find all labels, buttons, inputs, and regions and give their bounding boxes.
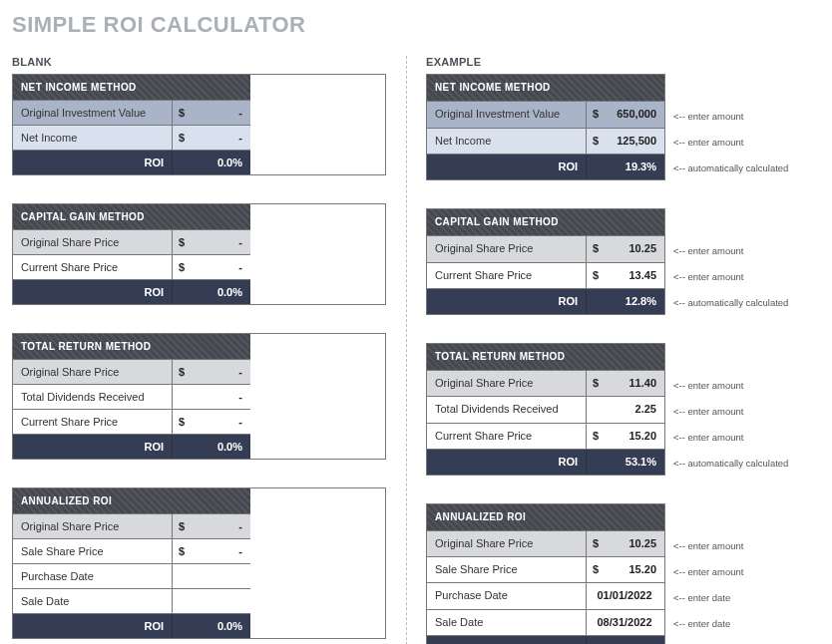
value[interactable] [173,589,250,614]
label: Original Investment Value [427,102,587,128]
block-net-income-blank: NET INCOME METHOD Original Investment Va… [12,74,386,175]
label: Original Share Price [13,360,173,385]
value[interactable]: $650,000 [587,102,664,128]
header-net-income: NET INCOME METHOD [13,75,250,101]
label: Net Income [13,126,173,151]
label: Total Dividends Received [13,385,173,410]
annotation: <-- automatically calculated [673,450,788,476]
block-capital-gain-example: CAPITAL GAIN METHOD Original Share Price… [426,208,800,315]
value[interactable] [173,564,250,589]
block-net-income-example: NET INCOME METHOD Original Investment Va… [426,74,800,180]
value[interactable]: 08/31/2022 [587,610,664,636]
label: Original Share Price [13,230,173,255]
label: Current Share Price [13,410,173,435]
page-title: SIMPLE ROI CALCULATOR [12,12,820,38]
roi-label: ROI [13,435,173,459]
roi-label: ROI [427,636,587,644]
annotation: <-- enter amount [673,398,788,424]
value[interactable]: $11.40 [587,371,664,397]
value[interactable]: $10.25 [587,236,664,262]
value[interactable]: $- [173,126,250,151]
label: Total Dividends Received [427,397,587,423]
roi-label: ROI [427,155,587,179]
annotation: <-- enter amount [673,372,788,398]
roi-label: ROI [427,450,587,475]
block-total-return-example: TOTAL RETURN METHOD Original Share Price… [426,343,800,476]
header-total-return: TOTAL RETURN METHOD [13,334,250,360]
value[interactable]: $10.25 [587,531,664,557]
annotation: <-- enter amount [673,558,788,584]
roi-value: 19.3% [587,155,664,179]
label: Purchase Date [13,564,173,589]
value[interactable]: $13.45 [587,263,664,289]
label: Sale Date [13,589,173,614]
annotation: <-- enter amount [673,263,788,289]
roi-value: 0.0% [173,151,250,174]
column-example: EXAMPLE NET INCOME METHOD Original Inves… [406,56,800,644]
block-total-return-blank: TOTAL RETURN METHOD Original Share Price… [12,333,386,460]
roi-value: 0.0% [173,614,250,638]
header-annualized: ANNUALIZED ROI [427,504,664,531]
column-blank: BLANK NET INCOME METHOD Original Investm… [12,56,406,644]
block-capital-gain-blank: CAPITAL GAIN METHOD Original Share Price… [12,203,386,305]
label: Original Investment Value [13,101,173,126]
annotation: <-- enter amount [673,424,788,450]
label: Sale Share Price [13,539,173,564]
block-annualized-example: ANNUALIZED ROI Original Share Price $10.… [426,503,800,644]
annotations: <-- enter amount <-- enter amount <-- au… [665,208,788,315]
header-annualized: ANNUALIZED ROI [13,488,250,514]
annotations: <-- enter amount <-- enter amount <-- au… [665,74,788,180]
column-label-blank: BLANK [12,56,386,68]
label: Original Share Price [427,236,587,262]
header-capital-gain: CAPITAL GAIN METHOD [427,209,664,236]
value[interactable]: $125,500 [587,129,664,155]
value[interactable]: $15.20 [587,424,664,450]
label: Current Share Price [427,263,587,289]
label: Sale Share Price [427,557,587,583]
annotation: <-- enter date [673,610,788,636]
column-divider [406,56,407,644]
annotations: <-- enter amount <-- enter amount <-- en… [665,343,788,476]
header-net-income: NET INCOME METHOD [427,75,664,102]
roi-value: 0.0% [173,435,250,459]
annotation: <-- enter amount [673,103,788,129]
label: Purchase Date [427,583,587,609]
value[interactable]: $- [173,255,250,280]
value[interactable]: $- [173,230,250,255]
roi-label: ROI [13,614,173,638]
value[interactable]: - [173,385,250,410]
label: Original Share Price [13,514,173,539]
value[interactable]: $- [173,101,250,126]
value[interactable]: 2.25 [587,397,664,423]
roi-label: ROI [13,280,173,304]
roi-label: ROI [13,151,173,174]
annotation: <-- enter amount [673,237,788,263]
roi-value: 81.2% [587,636,664,644]
column-label-example: EXAMPLE [426,56,800,68]
roi-value: 53.1% [587,450,664,475]
roi-value: 0.0% [173,280,250,304]
columns: BLANK NET INCOME METHOD Original Investm… [12,56,820,644]
annotation: <-- enter amount [673,532,788,558]
header-total-return: TOTAL RETURN METHOD [427,344,664,371]
annotation: <-- enter date [673,584,788,610]
annotation: <-- automatically calculated [673,636,788,644]
block-annualized-blank: ANNUALIZED ROI Original Share Price $- S… [12,487,386,639]
value[interactable]: $15.20 [587,557,664,583]
value[interactable]: $- [173,514,250,539]
annotations: <-- enter amount <-- enter amount <-- en… [665,503,788,644]
value[interactable]: $- [173,360,250,385]
label: Net Income [427,129,587,155]
label: Sale Date [427,610,587,636]
label: Current Share Price [427,424,587,450]
header-capital-gain: CAPITAL GAIN METHOD [13,204,250,230]
value[interactable]: $- [173,410,250,435]
roi-value: 12.8% [587,289,664,314]
value[interactable]: $- [173,539,250,564]
label: Current Share Price [13,255,173,280]
label: Original Share Price [427,531,587,557]
value[interactable]: 01/01/2022 [587,583,664,609]
annotation: <-- enter amount [673,129,788,155]
roi-label: ROI [427,289,587,314]
annotation: <-- automatically calculated [673,155,788,180]
